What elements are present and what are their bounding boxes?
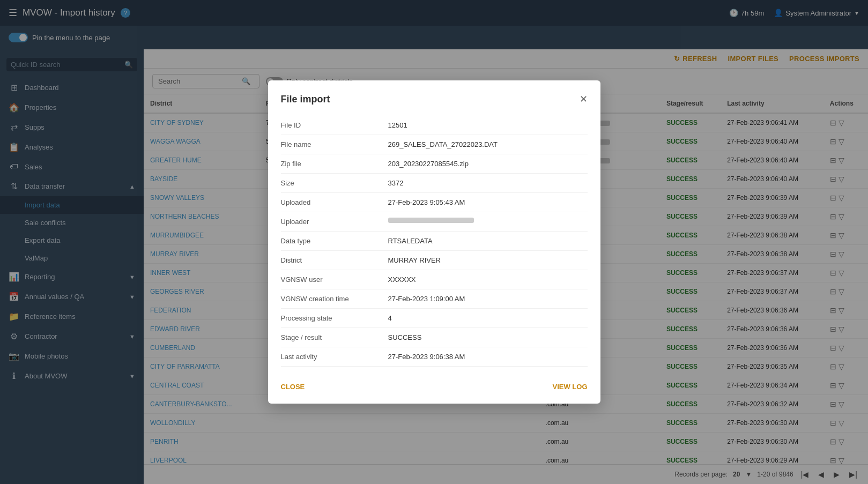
modal-fields: File ID 12501 File name 269_SALES_DATA_2… xyxy=(281,116,588,367)
file-import-modal: File import ✕ File ID 12501 File name 26… xyxy=(268,80,600,404)
modal-field-label: District xyxy=(281,256,388,264)
modal-field-row: District MURRAY RIVER xyxy=(281,251,588,270)
modal-field-value: 203_20230227085545.zip xyxy=(388,160,588,168)
modal-field-label: Last activity xyxy=(281,353,388,361)
modal-field-row: VGNSW user XXXXXX xyxy=(281,270,588,289)
modal-field-value: 27-Feb-2023 9:06:38 AM xyxy=(388,353,588,361)
modal-field-row: Data type RTSALEDATA xyxy=(281,232,588,251)
modal-uploader-value xyxy=(388,218,474,223)
modal-field-value: SUCCESS xyxy=(388,333,588,341)
modal-field-value: XXXXXX xyxy=(388,275,588,284)
modal-field-value: 27-Feb-2023 1:09:00 AM xyxy=(388,295,588,303)
modal-field-label: Data type xyxy=(281,237,388,245)
modal-overlay: File import ✕ File ID 12501 File name 26… xyxy=(0,0,868,484)
modal-title: File import xyxy=(281,94,330,105)
modal-field-label: Uploaded xyxy=(281,198,388,206)
modal-field-row: VGNSW creation time 27-Feb-2023 1:09:00 … xyxy=(281,289,588,309)
modal-field-row: Uploaded 27-Feb-2023 9:05:43 AM xyxy=(281,193,588,212)
modal-field-value: RTSALEDATA xyxy=(388,237,588,245)
modal-field-row: File ID 12501 xyxy=(281,116,588,135)
modal-field-row: Stage / result SUCCESS xyxy=(281,328,588,347)
modal-field-row: Size 3372 xyxy=(281,174,588,193)
modal-field-label: Processing state xyxy=(281,314,388,322)
modal-field-value: 3372 xyxy=(388,179,588,187)
modal-view-log-button[interactable]: VIEW LOG xyxy=(553,383,588,391)
modal-field-label: VGNSW creation time xyxy=(281,295,388,303)
modal-field-label: Zip file xyxy=(281,160,388,168)
modal-field-value: 269_SALES_DATA_27022023.DAT xyxy=(388,140,588,148)
modal-field-label: File name xyxy=(281,140,388,148)
modal-field-value: 12501 xyxy=(388,121,588,129)
modal-field-value: 27-Feb-2023 9:05:43 AM xyxy=(388,198,588,206)
modal-field-value: 4 xyxy=(388,314,588,322)
modal-close-button[interactable]: ✕ xyxy=(580,93,588,105)
modal-field-label: VGNSW user xyxy=(281,275,388,284)
modal-field-row: Last activity 27-Feb-2023 9:06:38 AM xyxy=(281,347,588,367)
modal-field-value: MURRAY RIVER xyxy=(388,256,588,264)
modal-field-label: Stage / result xyxy=(281,333,388,341)
modal-field-row: File name 269_SALES_DATA_27022023.DAT xyxy=(281,135,588,154)
modal-field-label: Size xyxy=(281,179,388,187)
modal-footer: CLOSE VIEW LOG xyxy=(281,377,588,391)
modal-close-text-button[interactable]: CLOSE xyxy=(281,383,305,391)
modal-field-label: Uploader xyxy=(281,218,388,226)
modal-field-row: Processing state 4 xyxy=(281,309,588,328)
modal-field-row: Uploader xyxy=(281,212,588,232)
modal-header: File import ✕ xyxy=(281,93,588,105)
modal-field-label: File ID xyxy=(281,121,388,129)
modal-field-row: Zip file 203_20230227085545.zip xyxy=(281,154,588,174)
